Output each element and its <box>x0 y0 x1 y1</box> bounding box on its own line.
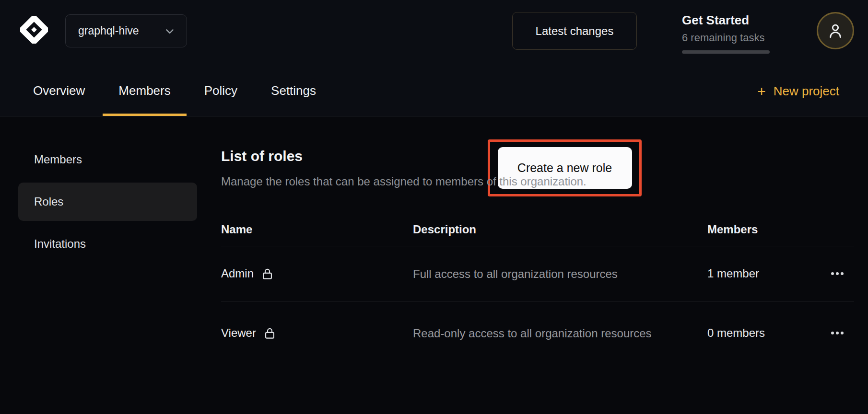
role-name: Viewer <box>221 326 256 340</box>
role-member-count: 1 member <box>707 267 820 280</box>
roles-main-panel: List of roles Manage the roles that can … <box>221 116 854 365</box>
tab-policy[interactable]: Policy <box>188 83 253 116</box>
new-project-button[interactable]: + New project <box>757 84 839 99</box>
roles-table-header: Name Description Members <box>221 213 854 246</box>
chevron-down-icon <box>164 25 176 37</box>
members-side-nav: Members Roles Invitations <box>18 140 197 267</box>
tab-overview[interactable]: Overview <box>17 83 101 116</box>
sidebar-item-members[interactable]: Members <box>18 140 197 179</box>
tab-members[interactable]: Members <box>103 83 186 116</box>
lock-icon <box>261 267 274 280</box>
role-name: Admin <box>221 267 254 280</box>
page-title: List of roles <box>221 148 854 164</box>
get-started-widget[interactable]: Get Started 6 remaining tasks <box>682 13 770 54</box>
role-description: Full access to all organization resource… <box>413 264 655 283</box>
table-row-viewer: Viewer Read-only access to all organizat… <box>221 301 854 365</box>
latest-changes-button[interactable]: Latest changes <box>512 12 637 50</box>
organization-name: graphql-hive <box>78 24 164 37</box>
get-started-title: Get Started <box>682 13 770 28</box>
get-started-remaining-tasks: 6 remaining tasks <box>682 32 770 44</box>
page-subtitle: Manage the roles that can be assigned to… <box>221 175 854 188</box>
sidebar-item-invitations[interactable]: Invitations <box>18 225 197 263</box>
user-icon <box>826 21 845 40</box>
hive-logo-icon[interactable] <box>18 14 50 46</box>
sidebar-item-roles[interactable]: Roles <box>18 183 197 221</box>
org-tab-bar: Overview Members Policy Settings <box>17 83 334 116</box>
get-started-progress-bar <box>682 50 770 54</box>
column-header-members: Members <box>707 223 820 236</box>
column-header-name: Name <box>221 223 413 236</box>
latest-changes-label: Latest changes <box>536 24 614 38</box>
members-roles-page: Members Roles Invitations Create a new r… <box>0 116 868 414</box>
lock-icon <box>263 327 276 340</box>
user-menu-button[interactable] <box>817 12 854 49</box>
more-options-button[interactable] <box>826 327 848 339</box>
role-member-count: 0 members <box>707 326 820 340</box>
role-description: Read-only access to all organization res… <box>413 324 655 343</box>
roles-table: Name Description Members Admin Full ac <box>221 213 854 365</box>
new-project-label: New project <box>774 84 839 99</box>
table-row-admin: Admin Full access to all organization re… <box>221 246 854 301</box>
plus-icon: + <box>757 85 766 98</box>
app-header: graphql-hive Latest changes Get Started … <box>0 0 868 116</box>
tab-settings[interactable]: Settings <box>255 83 332 116</box>
more-options-button[interactable] <box>826 267 848 280</box>
column-header-description: Description <box>413 223 707 236</box>
organization-selector[interactable]: graphql-hive <box>65 14 187 47</box>
